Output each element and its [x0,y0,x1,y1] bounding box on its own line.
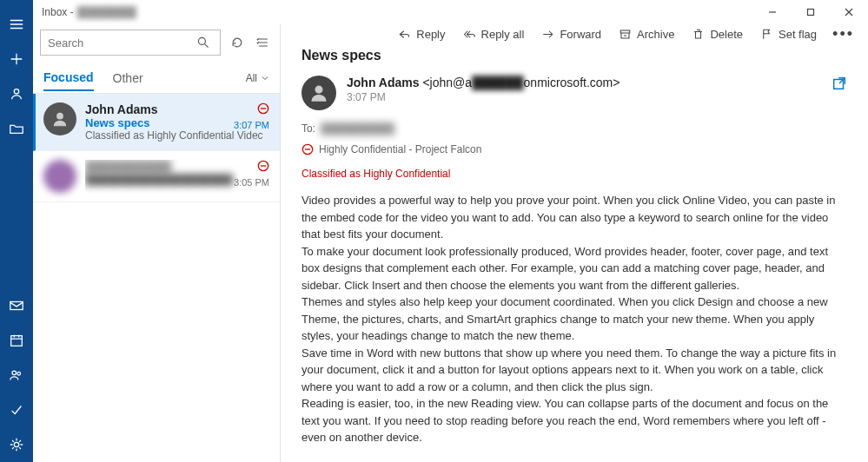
reading-subject: News specs [301,48,847,63]
avatar [43,102,76,135]
svg-rect-11 [620,30,630,33]
svg-point-4 [17,372,21,375]
select-mode-icon[interactable] [254,33,273,52]
contacts-icon[interactable] [0,358,33,393]
pop-out-icon[interactable] [832,76,847,94]
svg-rect-2 [11,336,23,346]
from-line: John Adams <john@a██████onmicrosoft.com> [347,76,821,89]
close-button[interactable] [830,0,868,24]
archive-button[interactable]: Archive [612,24,681,44]
people-icon[interactable] [0,76,33,111]
message-list-pane: Focused Other All John Adams News specs … [33,24,281,462]
message-preview: Classified as Highly Confidential Videc [85,129,269,142]
message-time: 3:07 PM [234,120,269,130]
message-item[interactable]: ██████████ ████████████████████ 3:05 PM [33,151,280,202]
tab-focused[interactable]: Focused [43,65,94,91]
title-bar: Inbox - ████████ [33,0,868,24]
minimize-button[interactable] [753,0,792,24]
new-mail-icon[interactable] [0,42,33,76]
window-title: Inbox - [42,6,74,18]
message-item[interactable]: John Adams News specs Classified as High… [33,94,280,151]
classification-icon [257,160,269,175]
svg-point-3 [12,371,16,375]
search-input[interactable] [48,36,194,50]
delete-button[interactable]: Delete [685,24,750,44]
message-sender: John Adams [85,102,269,116]
svg-point-5 [14,442,18,446]
settings-icon[interactable] [0,427,33,462]
refresh-icon[interactable] [228,33,247,52]
sent-time: 3:07 PM [347,91,821,103]
svg-rect-1 [10,302,23,310]
svg-rect-6 [808,10,814,16]
to-line: To: ██████████ [301,122,847,135]
set-flag-button[interactable]: Set flag [753,24,824,44]
folder-icon[interactable] [0,111,33,146]
reading-pane: Reply Reply all Forward Archive Delete S… [281,24,868,462]
mail-icon[interactable] [0,288,33,323]
svg-point-0 [14,89,18,94]
maximize-button[interactable] [792,0,830,24]
hamburger-icon[interactable] [0,7,33,42]
search-box[interactable] [40,30,221,56]
message-body: Video provides a powerful way to help yo… [301,192,847,446]
search-icon[interactable] [194,33,213,52]
svg-point-7 [198,37,205,44]
sensitivity-label: Highly Confidential - Project Falcon [301,143,847,155]
tab-other[interactable]: Other [113,66,143,90]
svg-point-8 [57,113,63,119]
avatar [43,160,76,193]
classification-header: Classified as Highly Confidential [301,168,847,180]
nav-rail [0,0,33,462]
message-time: 3:05 PM [234,177,269,188]
window-title-account: ████████ [77,6,136,18]
forward-button[interactable]: Forward [534,24,608,44]
calendar-icon[interactable] [0,323,33,358]
more-actions-button[interactable]: ••• [827,25,859,43]
svg-point-12 [315,86,322,93]
reply-button[interactable]: Reply [391,24,452,44]
command-bar: Reply Reply all Forward Archive Delete S… [281,24,868,44]
reply-all-button[interactable]: Reply all [456,24,532,44]
message-sender: ██████████ [85,160,269,174]
filter-dropdown[interactable]: All [246,72,269,84]
checkmark-icon[interactable] [0,393,33,427]
sender-avatar [301,76,336,110]
classification-icon [257,102,269,117]
